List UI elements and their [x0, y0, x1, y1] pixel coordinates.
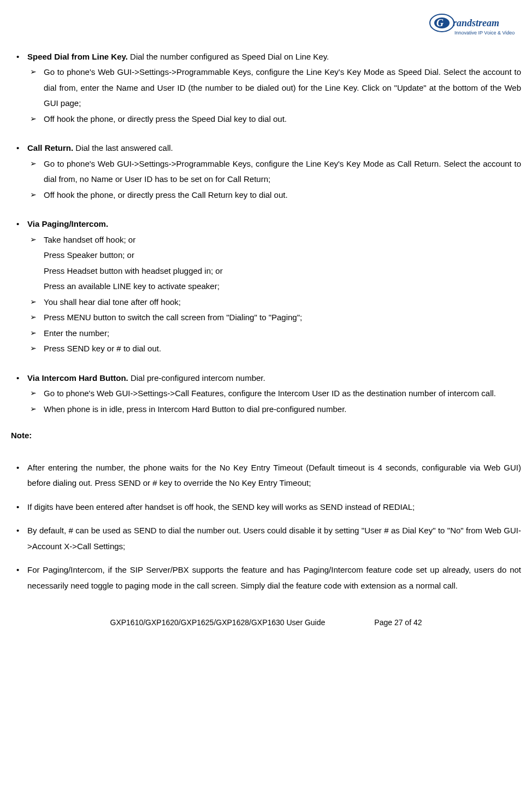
main-list: Via Paging/Intercom. Take handset off ho… — [11, 216, 521, 357]
sub-list: Go to phone's Web GUI->Settings->Program… — [27, 64, 521, 127]
logo-area: G randstream Innovative IP Voice & Video — [11, 11, 521, 44]
section-intercom-hard: Via Intercom Hard Button. Dial pre-confi… — [11, 371, 521, 417]
svg-text:randstream: randstream — [453, 17, 499, 28]
grandstream-logo: G randstream Innovative IP Voice & Video — [428, 11, 521, 38]
section-speed-dial: Speed Dial from Line Key. Dial the numbe… — [11, 49, 521, 127]
note-item: If digits have been entered after handse… — [11, 499, 521, 515]
note-item: After entering the number, the phone wai… — [11, 460, 521, 491]
main-list: Speed Dial from Line Key. Dial the numbe… — [11, 49, 521, 127]
sub-item: Press MENU button to switch the call scr… — [27, 310, 521, 326]
page-footer: GXP1610/GXP1620/GXP1625/GXP1628/GXP1630 … — [11, 615, 521, 630]
sub-item: Take handset off hook; or Press Speaker … — [27, 232, 521, 295]
sub-list: Go to phone's Web GUI->Settings->Program… — [27, 156, 521, 203]
main-list: Via Intercom Hard Button. Dial pre-confi… — [11, 371, 521, 417]
main-list: Call Return. Dial the last answered call… — [11, 140, 521, 203]
section-title: Speed Dial from Line Key. — [27, 52, 128, 61]
section-title: Call Return. — [27, 143, 73, 152]
footer-page-number: Page 27 of 42 — [374, 615, 422, 630]
note-item: For Paging/Intercom, if the SIP Server/P… — [11, 562, 521, 593]
sub-item: When phone is in idle, press in Intercom… — [27, 402, 521, 417]
sub-item: You shall hear dial tone after off hook; — [27, 295, 521, 310]
sub-list: Go to phone's Web GUI->Settings->Call Fe… — [27, 386, 521, 417]
svg-text:Innovative IP Voice & Video: Innovative IP Voice & Video — [454, 30, 515, 36]
section-paging: Via Paging/Intercom. Take handset off ho… — [11, 216, 521, 357]
section-desc: Dial the number configured as Speed Dial… — [128, 52, 329, 61]
sub-item: Off hook the phone, or directly press th… — [27, 187, 521, 203]
section-title: Via Intercom Hard Button. — [27, 373, 128, 383]
section-desc: Dial the last answered call. — [73, 143, 173, 152]
extra-line: Press Headset button with headset plugge… — [44, 263, 521, 279]
note-label: Note: — [11, 428, 521, 444]
extra-line: Press Speaker button; or — [44, 248, 521, 263]
sub-item: Go to phone's Web GUI->Settings->Program… — [27, 64, 521, 111]
sub-text: Take handset off hook; or — [44, 235, 135, 244]
section-desc: Dial pre-configured intercom number. — [128, 373, 265, 383]
sub-item: Off hook the phone, or directly press th… — [27, 111, 521, 127]
sub-item: Go to phone's Web GUI->Settings->Program… — [27, 156, 521, 187]
section-title: Via Paging/Intercom. — [27, 219, 108, 228]
sub-list: Take handset off hook; or Press Speaker … — [27, 232, 521, 357]
note-item: By default, # can be used as SEND to dia… — [11, 523, 521, 554]
section-call-return: Call Return. Dial the last answered call… — [11, 140, 521, 203]
notes-list: After entering the number, the phone wai… — [11, 460, 521, 594]
footer-guide-title: GXP1610/GXP1620/GXP1625/GXP1628/GXP1630 … — [110, 615, 326, 630]
sub-item: Press SEND key or # to dial out. — [27, 341, 521, 357]
sub-item: Go to phone's Web GUI->Settings->Call Fe… — [27, 386, 521, 402]
svg-text:G: G — [436, 17, 444, 28]
extra-line: Press an available LINE key to activate … — [44, 279, 521, 295]
sub-item: Enter the number; — [27, 326, 521, 342]
